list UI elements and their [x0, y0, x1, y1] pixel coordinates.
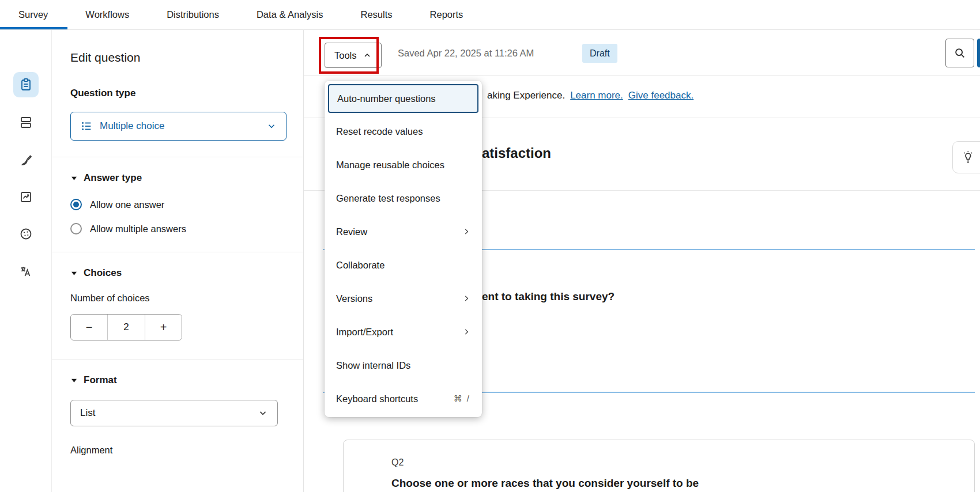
menu-item-manage-reusable-choices[interactable]: Manage reusable choices	[325, 148, 482, 181]
decrease-choices-button[interactable]: −	[71, 315, 107, 340]
learn-more-link[interactable]: Learn more.	[570, 90, 623, 101]
rail-item-survey-flow[interactable]	[13, 184, 39, 210]
multiple-choice-list-icon	[80, 120, 93, 133]
tools-button[interactable]: Tools	[325, 43, 382, 68]
chevron-right-icon	[462, 328, 470, 336]
question-2-card[interactable]: Q2 Choose one or more races that you con…	[343, 440, 975, 492]
menu-item-show-internal-ids[interactable]: Show internal IDs	[325, 349, 482, 382]
app-window: Survey Workflows Distributions Data & An…	[0, 0, 980, 492]
radio-allow-multiple-answers[interactable]: Allow multiple answers	[70, 223, 286, 234]
rail-item-builder[interactable]	[13, 72, 39, 97]
radio-allow-one-answer[interactable]: Allow one answer	[70, 199, 286, 210]
question-2-id: Q2	[391, 457, 974, 468]
choices-label: Choices	[84, 267, 122, 279]
alignment-label: Alignment	[70, 445, 286, 456]
rail-item-blocks[interactable]	[13, 109, 39, 135]
answer-type-label: Answer type	[84, 172, 142, 184]
clipboard-icon	[19, 78, 33, 92]
number-of-choices-label: Number of choices	[70, 293, 286, 304]
choices-section-header[interactable]: Choices	[70, 267, 286, 279]
menu-item-auto-number-questions[interactable]: Auto-number questions	[328, 84, 478, 113]
collapse-triangle-icon	[70, 270, 78, 277]
menu-item-reset-recode-values[interactable]: Reset recode values	[325, 115, 482, 148]
panel-divider	[52, 157, 303, 157]
chevron-down-icon	[258, 408, 268, 418]
chevron-right-icon	[462, 228, 470, 236]
radio-unselected-icon	[70, 223, 82, 234]
question-2-text: Choose one or more races that you consid…	[391, 477, 974, 490]
radio-label: Allow one answer	[90, 199, 164, 210]
panel-title: Edit question	[70, 51, 286, 65]
question-1-text-fragment: ent to taking this survey?	[482, 290, 615, 303]
radio-selected-icon	[70, 199, 82, 210]
tools-dropdown-menu: Auto-number questions Reset recode value…	[325, 81, 482, 417]
search-icon	[953, 47, 966, 59]
status-badge: Draft	[582, 44, 617, 63]
suggestion-button[interactable]	[952, 141, 980, 173]
increase-choices-button[interactable]: +	[145, 315, 182, 340]
search-button[interactable]	[945, 39, 974, 67]
panel-divider	[52, 359, 303, 359]
give-feedback-link[interactable]: Give feedback.	[628, 90, 693, 101]
menu-item-label: Manage reusable choices	[336, 160, 444, 171]
menu-item-versions[interactable]: Versions	[325, 282, 482, 315]
menu-item-keyboard-shortcuts[interactable]: Keyboard shortcuts ⌘ /	[325, 382, 482, 415]
choices-count-value: 2	[107, 315, 145, 340]
banner-text-fragment: aking Experience.	[487, 90, 565, 101]
flow-chart-icon	[19, 190, 33, 204]
edit-question-panel: Edit question Question type Multiple cho…	[52, 30, 304, 492]
menu-item-label: Auto-number questions	[337, 93, 436, 104]
menu-item-label: Generate test responses	[336, 193, 440, 204]
chevron-down-icon	[266, 121, 277, 131]
format-select[interactable]: List	[70, 400, 278, 426]
menu-item-import-export[interactable]: Import/Export	[325, 315, 482, 349]
main-area: Tools Saved Apr 22, 2025 at 11:26 AM Dra…	[304, 30, 980, 492]
keyboard-shortcut-hint: ⌘ /	[454, 393, 470, 404]
tab-workflows[interactable]: Workflows	[85, 0, 129, 29]
format-value: List	[80, 407, 258, 419]
tab-survey[interactable]: Survey	[18, 0, 48, 29]
answer-type-section-header[interactable]: Answer type	[70, 172, 286, 184]
menu-item-review[interactable]: Review	[325, 215, 482, 248]
menu-item-label: Show internal IDs	[336, 360, 410, 371]
collapse-triangle-icon	[70, 175, 78, 182]
choices-count-stepper: − 2 +	[70, 314, 182, 340]
left-icon-rail	[0, 30, 52, 492]
top-nav: Survey Workflows Distributions Data & An…	[0, 0, 980, 30]
tab-data-analysis[interactable]: Data & Analysis	[257, 0, 323, 29]
panel-divider	[52, 252, 303, 252]
question-type-value: Multiple choice	[100, 120, 259, 132]
chevron-right-icon	[462, 294, 470, 302]
blocks-icon	[19, 115, 33, 129]
menu-item-label: Versions	[336, 293, 372, 304]
question-type-select[interactable]: Multiple choice	[70, 112, 287, 141]
chevron-up-icon	[363, 51, 372, 60]
radio-label: Allow multiple answers	[90, 224, 186, 234]
tab-distributions[interactable]: Distributions	[167, 0, 219, 29]
menu-item-label: Review	[336, 226, 367, 237]
lightbulb-icon	[961, 150, 975, 164]
rail-item-translations[interactable]	[13, 259, 39, 284]
tools-button-label: Tools	[334, 50, 357, 61]
publish-button-partial[interactable]	[977, 39, 980, 67]
menu-item-collaborate[interactable]: Collaborate	[325, 248, 482, 282]
menu-item-label: Keyboard shortcuts	[336, 393, 418, 404]
menu-item-label: Import/Export	[336, 327, 393, 338]
question-type-label: Question type	[70, 88, 286, 99]
menu-item-generate-test-responses[interactable]: Generate test responses	[325, 181, 482, 215]
menu-item-label: Reset recode values	[336, 126, 423, 137]
translate-icon	[19, 264, 33, 278]
rail-item-survey-options[interactable]	[13, 221, 39, 247]
brush-icon	[19, 153, 33, 167]
survey-toolbar: Tools Saved Apr 22, 2025 at 11:26 AM Dra…	[304, 30, 980, 75]
format-section-header[interactable]: Format	[70, 374, 286, 386]
menu-item-label: Collaborate	[336, 260, 385, 271]
gauge-icon	[19, 227, 33, 241]
tab-results[interactable]: Results	[361, 0, 393, 29]
format-label: Format	[84, 374, 117, 386]
tab-reports[interactable]: Reports	[430, 0, 463, 29]
survey-title-fragment: atisfaction	[482, 145, 551, 161]
saved-timestamp: Saved Apr 22, 2025 at 11:26 AM	[398, 48, 534, 59]
collapse-triangle-icon	[70, 377, 78, 384]
rail-item-look-and-feel[interactable]	[13, 147, 39, 173]
